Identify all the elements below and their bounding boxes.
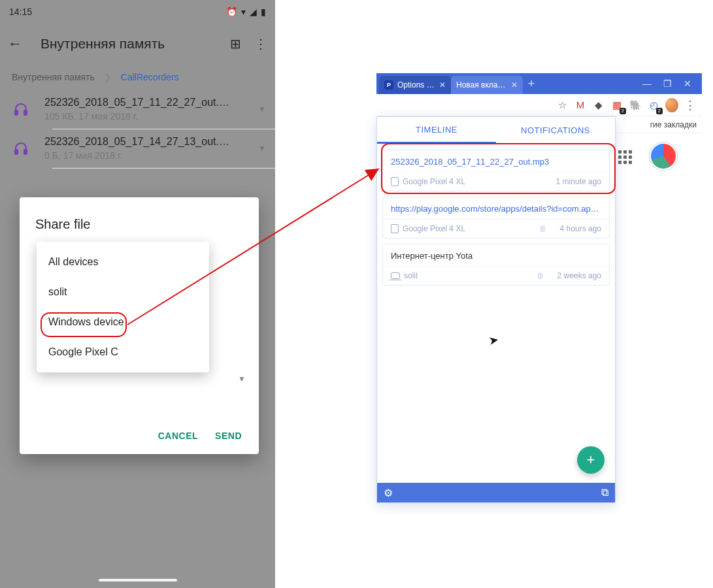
todoist-icon[interactable]: ▩2	[610, 99, 623, 112]
signal-icon: ◢	[250, 7, 257, 17]
battery-icon: ▮	[261, 7, 266, 17]
breadcrumb: Внутренняя память ❯ CallRecorders	[0, 64, 275, 90]
extension-icon[interactable]: ◆	[592, 99, 605, 112]
pushbullet-icon[interactable]: ◴2	[647, 99, 660, 112]
pb-item-device: solit	[404, 271, 418, 280]
pb-new-push-button[interactable]: +	[577, 446, 605, 474]
file-list: 252326_2018_05_17_11_22_27_out.m... 105 …	[0, 90, 275, 169]
close-tab-icon[interactable]: ✕	[511, 80, 518, 90]
tab-notifications[interactable]: NOTIFICATIONS	[496, 117, 615, 144]
status-bar: 14:15 ⏰ ▾ ◢ ▮	[0, 0, 275, 24]
badge: 2	[620, 108, 626, 114]
breadcrumb-current[interactable]: CallRecorders	[121, 72, 179, 82]
device-option-pixelc[interactable]: Google Pixel C	[37, 337, 209, 367]
pb-item[interactable]: https://play.google.com/store/apps/detai…	[382, 197, 610, 238]
open-external-icon[interactable]: ⧉	[601, 487, 608, 498]
window-maximize-icon[interactable]: ❐	[663, 78, 672, 89]
file-name: 252326_2018_05_17_14_27_13_out.m...	[44, 136, 234, 148]
tab-label: Options | Pi...	[397, 80, 435, 90]
chevron-right-icon: ❯	[104, 72, 112, 82]
svg-rect-1	[24, 110, 27, 115]
phone-screenshot: 14:15 ⏰ ▾ ◢ ▮ ← Внутренняя память ⊞ ⋮ Вн…	[0, 0, 275, 588]
tab-favicon: P	[384, 80, 393, 90]
back-button[interactable]: ←	[8, 35, 27, 52]
breadcrumb-root[interactable]: Внутренняя память	[12, 72, 95, 82]
page-title: Внутренняя память	[27, 36, 230, 52]
window-close-icon[interactable]: ✕	[684, 78, 691, 89]
bookmark-folder[interactable]: гие закладки	[650, 120, 697, 129]
evernote-icon[interactable]: 🐘	[629, 99, 642, 112]
device-option-solit[interactable]: solit	[37, 277, 209, 307]
gmail-icon[interactable]: M	[574, 99, 587, 112]
pb-item-title: Интернет-центр Yota	[383, 244, 609, 266]
svg-rect-2	[15, 150, 18, 154]
pb-footer: ⚙ ⧉	[377, 483, 615, 502]
trash-icon[interactable]: 🗑	[539, 224, 547, 233]
grid-view-icon[interactable]: ⊞	[230, 36, 241, 52]
browser-tab[interactable]: P Options | Pi... ✕	[379, 76, 451, 94]
dropdown-caret-icon[interactable]: ▼	[238, 374, 246, 384]
window-minimize-icon[interactable]: —	[642, 78, 652, 89]
alarm-icon: ⏰	[226, 7, 237, 17]
tab-timeline[interactable]: TIMELINE	[377, 117, 496, 144]
google-account-avatar[interactable]	[650, 142, 677, 170]
app-bar: ← Внутренняя память ⊞ ⋮	[0, 24, 275, 64]
device-dropdown: All devices solit Windows device Google …	[37, 242, 209, 372]
profile-avatar[interactable]	[665, 99, 678, 112]
laptop-icon	[391, 272, 400, 279]
phone-icon	[391, 224, 399, 233]
browser-titlebar: P Options | Pi... ✕ Новая вкладка ✕ + — …	[376, 73, 702, 94]
highlight-first-push	[381, 143, 616, 194]
svg-rect-0	[15, 110, 18, 115]
pb-item-time: 4 hours ago	[560, 224, 601, 233]
nav-pill[interactable]	[99, 579, 177, 581]
browser-menu-icon[interactable]: ⋮	[684, 99, 697, 112]
cancel-button[interactable]: CANCEL	[158, 431, 198, 441]
badge: 2	[656, 108, 663, 114]
pb-item-time: 2 weeks ago	[557, 271, 601, 280]
dialog-title: Share file	[20, 213, 259, 242]
file-more-icon[interactable]: ▼	[258, 105, 270, 114]
overflow-menu-icon[interactable]: ⋮	[254, 36, 267, 52]
pb-item-title[interactable]: https://play.google.com/store/apps/detai…	[383, 197, 609, 219]
svg-rect-3	[24, 150, 27, 154]
file-name: 252326_2018_05_17_11_22_27_out.m...	[44, 97, 234, 108]
pb-tabs: TIMELINE NOTIFICATIONS	[377, 117, 615, 144]
send-button[interactable]: SEND	[215, 431, 242, 441]
browser-toolbar: ☆ M ◆ ▩2 🐘 ◴2 ⋮	[376, 94, 702, 116]
close-tab-icon[interactable]: ✕	[439, 80, 446, 90]
highlight-windows-device	[41, 312, 127, 337]
file-meta: 0 Б, 17 мая 2018 г.	[44, 150, 258, 161]
file-more-icon[interactable]: ▼	[258, 144, 270, 153]
apps-grid-icon[interactable]	[618, 150, 635, 167]
pb-item[interactable]: Интернет-центр Yota solit 🗑2 weeks ago	[382, 244, 610, 286]
trash-icon[interactable]: 🗑	[537, 271, 544, 280]
browser-tab[interactable]: Новая вкладка ✕	[451, 76, 523, 94]
tab-label: Новая вкладка	[456, 80, 507, 90]
status-icons: ⏰ ▾ ◢ ▮	[226, 7, 266, 17]
headphones-icon	[12, 101, 44, 117]
file-meta: 105 КБ, 17 мая 2018 г.	[44, 111, 258, 122]
status-time: 14:15	[9, 7, 32, 17]
pb-item-device: Google Pixel 4 XL	[403, 224, 465, 233]
new-tab-button[interactable]: +	[523, 77, 540, 91]
star-icon[interactable]: ☆	[555, 99, 569, 112]
wifi-icon: ▾	[241, 7, 246, 17]
device-option-all[interactable]: All devices	[37, 247, 209, 277]
file-row[interactable]: 252326_2018_05_17_11_22_27_out.m... 105 …	[0, 90, 275, 129]
gear-icon[interactable]: ⚙	[384, 487, 393, 499]
headphones-icon	[12, 140, 44, 156]
file-row[interactable]: 252326_2018_05_17_14_27_13_out.m... 0 Б,…	[0, 129, 275, 168]
